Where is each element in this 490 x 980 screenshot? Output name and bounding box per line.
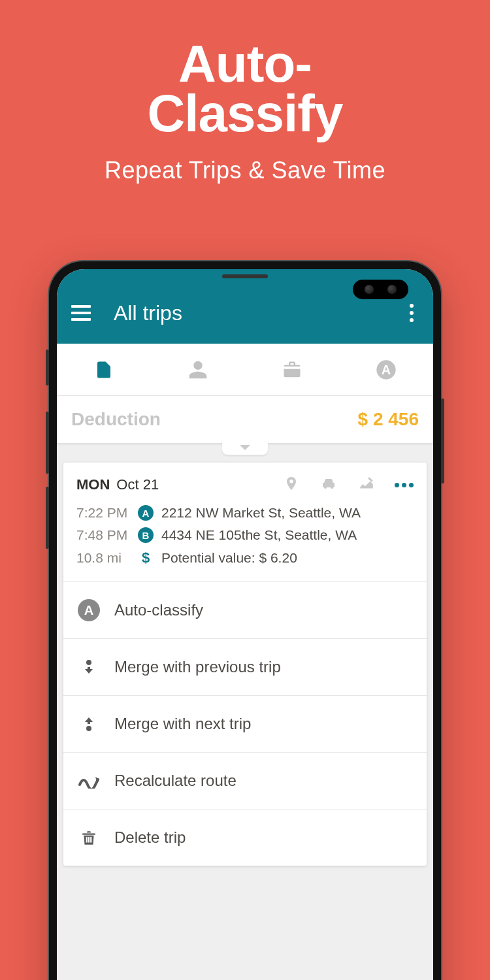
- more-icon[interactable]: [395, 483, 414, 487]
- tab-business-icon[interactable]: [279, 357, 305, 383]
- trip-start-address: 2212 NW Market St, Seattle, WA: [161, 505, 361, 521]
- svg-text:A: A: [382, 362, 391, 376]
- svg-point-2: [86, 660, 91, 665]
- trip-card: MON Oct 21: [63, 463, 427, 866]
- deduction-summary: Deduction $ 2 456: [57, 396, 433, 443]
- signature-icon[interactable]: [358, 475, 375, 495]
- overflow-menu-icon[interactable]: [404, 299, 419, 327]
- tab-auto-icon[interactable]: A: [373, 357, 399, 383]
- merge-next-button[interactable]: Merge with next trip: [63, 695, 427, 752]
- page-title: All trips: [114, 301, 404, 325]
- auto-classify-icon: A: [78, 599, 100, 621]
- deduction-label: Deduction: [71, 409, 161, 430]
- recalculate-route-label: Recalculate route: [114, 772, 237, 790]
- route-icon: [78, 770, 100, 792]
- svg-rect-6: [90, 837, 91, 843]
- trash-icon: [78, 826, 100, 849]
- trip-date: Oct 21: [116, 476, 159, 493]
- trip-distance: 10.8 mi: [76, 550, 130, 566]
- expand-handle-icon[interactable]: [222, 440, 268, 455]
- marker-b-icon: B: [138, 527, 154, 543]
- delete-trip-button[interactable]: Delete trip: [63, 809, 427, 866]
- promo-subtitle: Repeat Trips & Save Time: [0, 157, 490, 184]
- promo-title: Auto- Classify: [0, 0, 490, 139]
- car-icon[interactable]: [319, 476, 338, 494]
- trip-start-time: 7:22 PM: [76, 505, 130, 521]
- merge-previous-label: Merge with previous trip: [114, 658, 281, 676]
- svg-rect-5: [88, 837, 90, 843]
- merge-next-label: Merge with next trip: [114, 715, 251, 733]
- auto-classify-label: Auto-classify: [114, 601, 203, 619]
- tab-bar: A: [57, 344, 433, 396]
- dollar-icon: $: [138, 549, 154, 566]
- trip-value-row: 10.8 mi $ Potential value: $ 6.20: [76, 546, 414, 570]
- phone-frame: All trips A Deduction $ 2 456: [49, 261, 441, 980]
- phone-speaker: [222, 274, 268, 278]
- phone-camera: [353, 280, 408, 299]
- delete-trip-label: Delete trip: [114, 828, 186, 847]
- trip-weekday: MON: [76, 476, 110, 493]
- tab-all-icon[interactable]: [91, 357, 117, 383]
- location-pin-icon[interactable]: [284, 474, 299, 495]
- merge-previous-button[interactable]: Merge with previous trip: [63, 638, 427, 695]
- marker-a-icon: A: [138, 505, 154, 521]
- svg-point-3: [86, 726, 91, 731]
- menu-icon[interactable]: [71, 305, 91, 321]
- svg-rect-4: [86, 837, 88, 843]
- merge-down-icon: [78, 656, 100, 678]
- recalculate-route-button[interactable]: Recalculate route: [63, 752, 427, 809]
- trip-end-time: 7:48 PM: [76, 527, 130, 543]
- deduction-amount: $ 2 456: [358, 409, 419, 430]
- trip-start-row: 7:22 PM A 2212 NW Market St, Seattle, WA: [76, 502, 414, 524]
- tab-personal-icon[interactable]: [185, 357, 211, 383]
- merge-up-icon: [78, 713, 100, 735]
- auto-classify-button[interactable]: A Auto-classify: [63, 581, 427, 638]
- trip-end-row: 7:48 PM B 4434 NE 105the St, Seattle, WA: [76, 524, 414, 546]
- trip-end-address: 4434 NE 105the St, Seattle, WA: [161, 527, 357, 543]
- trip-potential-value: Potential value: $ 6.20: [161, 550, 297, 566]
